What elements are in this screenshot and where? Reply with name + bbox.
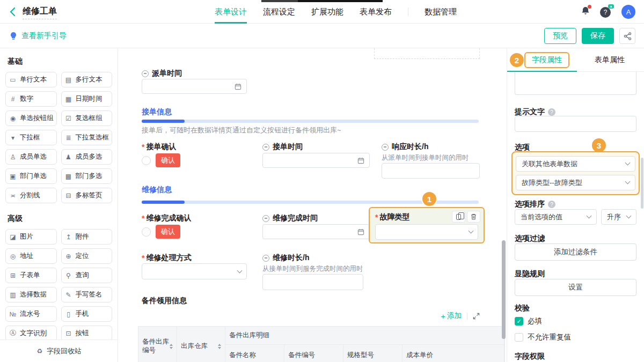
sidebar-item-checkbox-group[interactable]: ☑复选框组 [61,110,113,126]
chevron-down-icon [587,213,592,219]
tab-flow-settings[interactable]: 流程设定 [263,0,295,24]
canvas-scrollbar[interactable] [502,240,506,339]
sidebar-item-attachment[interactable]: ↥附件 [61,229,113,245]
back-chevron-icon [10,7,16,17]
sort-order-select[interactable]: 升序 [601,209,636,225]
sidebar-item-dept-multi[interactable]: ▩部门多选 [61,168,113,184]
sidebar-item-number[interactable]: #数字 [5,91,57,107]
sidebar-item-address[interactable]: ◎地址 [5,248,57,264]
sidebar-item-radio-group[interactable]: ◉单选按钮组 [5,110,57,126]
sidebar-item-phone[interactable]: ▯手机 [61,306,113,322]
chevron-down-icon [625,179,631,184]
display-rule-settings-button[interactable]: 设置 [515,279,636,296]
repair-time-input[interactable] [262,224,370,239]
serial-number-icon: № [9,311,17,318]
expand-icon[interactable] [473,313,480,320]
option-filter-label: 选项过滤 [515,234,545,243]
help-question-icon[interactable]: ? [548,201,555,208]
sidebar-item-dept-single[interactable]: ▣部门单选 [5,168,57,184]
share-button[interactable] [619,28,635,44]
chevron-down-icon [237,268,243,273]
dispatch-time-label: 派单时间 [142,69,182,78]
add-filter-button[interactable]: 添加过滤条件 [515,243,636,261]
response-duration-desc: 从派单时间到接单时间的用时 [382,153,469,162]
sidebar-item-image[interactable]: ◪图片 [5,229,57,245]
trash-icon [471,213,477,220]
newbie-guide-link[interactable]: 查看新手引导 [10,24,67,48]
sort-icon[interactable] [218,344,221,349]
tab-extensions[interactable]: 扩展功能 [311,0,343,24]
sidebar-item-member-multi[interactable]: ♟成员多选 [61,149,113,165]
sidebar-item-tabs[interactable]: ⊟多标签页 [61,188,113,203]
tab-data-manage[interactable]: 数据管理 [425,0,457,24]
calendar-icon [235,83,241,90]
dept-multi-icon: ▩ [65,173,72,180]
tab-form-properties[interactable]: 表单属性 [595,55,625,65]
repair-method-select[interactable] [142,263,247,279]
sidebar-item-button[interactable]: ⊡按钮 [61,326,113,341]
save-button[interactable]: 保存 [582,28,614,44]
preview-button[interactable]: 预览 [544,28,576,44]
dispatch-time-input[interactable] [142,79,247,94]
sort-field-select[interactable]: 当前选项的值 [515,209,597,225]
repair-duration-input[interactable] [262,274,363,290]
user-avatar[interactable]: A [621,5,635,19]
section-title-receive: 接单信息 [142,107,172,117]
notification-bell-icon[interactable] [581,6,590,18]
placeholder-text-input[interactable] [515,116,636,132]
sidebar-item-single-line-text[interactable]: ▭单行文本 [5,72,57,87]
response-duration-input[interactable] [382,163,480,179]
sidebar-item-location[interactable]: ⊕定位 [61,248,113,264]
help-icon[interactable]: ? ▲ [600,6,612,18]
panel-partial-textarea[interactable] [515,72,636,95]
sidebar-item-query[interactable]: ⚲查询 [61,268,113,283]
repair-confirm-button[interactable]: 确认 [156,225,180,239]
sidebar-item-multi-line-text[interactable]: ▤多行文本 [61,72,113,87]
option-source-select[interactable]: 关联其他表单数据 [516,156,635,172]
fault-type-select[interactable] [375,224,478,240]
subform-group-header: 备件出库明细 [225,327,504,345]
sidebar-item-serial-number[interactable]: №流水号 [5,306,57,322]
subform-table[interactable]: 备件出库编号 出库仓库 备件出库明细 备件名称 备件编号 规格型号 成本单价 [138,326,505,362]
step-badge-2: 2 [510,53,524,67]
header-right: ? ▲ A [581,0,635,24]
tab-form-design[interactable]: 表单设计 [215,0,247,24]
form-canvas[interactable]: 派单时间 接单信息 接单后，可随时在数据详情页通过自定义按钮进行备件领用出库~ … [118,48,507,362]
formula-icon [262,215,269,222]
receive-time-input[interactable] [262,153,370,168]
required-checkbox[interactable]: ✓ [515,317,523,326]
no-duplicate-checkbox[interactable] [515,333,523,342]
subform-add-button[interactable]: + 添加 [441,311,462,321]
repair-time-label: 维修完成时间 [262,213,318,223]
help-question-icon[interactable]: ? [548,108,555,116]
tab-form-publish[interactable]: 表单发布 [360,0,392,24]
sidebar-item-subform[interactable]: ⊞子表单 [5,268,57,283]
sidebar-item-ocr[interactable]: Ⓐ文字识别 [5,326,57,341]
partial-field-input[interactable] [374,48,480,59]
number-icon: # [9,95,17,103]
sidebar-item-member-single[interactable]: ♙成员单选 [5,149,57,165]
sort-icon[interactable] [170,344,173,349]
receive-confirm-button[interactable]: 确认 [156,153,180,167]
field-recycle-bin[interactable]: ♻ 字段回收站 [0,339,118,362]
fault-type-field-selected[interactable]: * 故障类型 [369,207,485,243]
tab-field-properties[interactable]: 字段属性 [524,52,569,68]
subform-subcol-part-no: 备件编号 [284,345,343,362]
sidebar-item-select-data[interactable]: ▥选择数据 [5,287,57,302]
formula-icon [382,144,389,151]
option-field-select[interactable]: 故障类型--故障类型 [516,175,635,190]
sidebar-item-select[interactable]: ▾下拉框 [5,130,57,145]
field-palette-sidebar: 基础 ▭单行文本 ▤多行文本 #数字 ▦日期时间 ◉单选按钮组 ☑复选框组 ▾下… [0,48,118,362]
sidebar-item-multi-select[interactable]: ≣下拉复选框 [61,130,113,145]
copy-field-button[interactable] [452,211,465,223]
sidebar-item-divider[interactable]: ≍分割线 [5,188,57,203]
back-button[interactable] [10,7,16,19]
sidebar-item-signature[interactable]: ✎手写签名 [61,287,113,302]
delete-field-button[interactable] [467,211,480,223]
panel-scrollbar[interactable] [641,158,643,209]
form-title[interactable]: 维修工单 [23,6,57,19]
receive-confirm-radio[interactable] [142,156,151,165]
repair-confirm-radio[interactable] [142,227,151,237]
member-single-icon: ♙ [9,153,17,161]
sidebar-item-datetime[interactable]: ▦日期时间 [61,91,113,107]
